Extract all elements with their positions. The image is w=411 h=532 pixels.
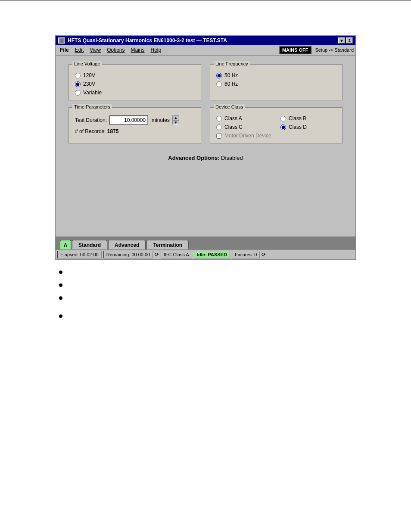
- frequency-50hz-option[interactable]: 50 Hz: [216, 72, 336, 78]
- advanced-options-label: Advanced Options:: [168, 155, 219, 161]
- remaining-status: Remaining: 00:00:00: [103, 251, 153, 258]
- line-voltage-group: Line Voltage 120V 230V Variable: [68, 64, 201, 100]
- records-value: 1875: [107, 128, 119, 134]
- menu-file[interactable]: File: [57, 46, 72, 54]
- tab-bar: Λ Standard Advanced Termination: [56, 236, 355, 249]
- test-duration-input[interactable]: [109, 115, 148, 125]
- frequency-60hz-option[interactable]: 60 Hz: [216, 81, 336, 87]
- advanced-options-row: Advanced Options: Disabled: [68, 150, 342, 163]
- failures-status: Failures: 0: [232, 251, 260, 258]
- tab-termination[interactable]: Termination: [146, 240, 189, 249]
- tab-standard[interactable]: Standard: [72, 240, 107, 249]
- elapsed-status: Elapsed: 00:02:00: [57, 251, 102, 258]
- class-a-option[interactable]: Class A: [216, 115, 272, 121]
- tab-standard-label: Standard: [78, 242, 101, 248]
- setup-label: Setup -> Standard: [315, 47, 354, 53]
- refresh-icon-1[interactable]: ⟳: [155, 252, 159, 258]
- menu-view[interactable]: View: [87, 46, 103, 54]
- list-item: [59, 269, 356, 274]
- content-area: Line Voltage 120V 230V Variable: [56, 56, 355, 236]
- menu-help[interactable]: Help: [148, 46, 164, 54]
- menu-options[interactable]: Options: [104, 46, 127, 54]
- tab-advanced[interactable]: Advanced: [108, 240, 146, 249]
- time-parameters-group: Time Parameters Test Duration: minutes ▲…: [68, 107, 201, 143]
- refresh-icon-2[interactable]: ⟳: [262, 252, 266, 258]
- list-item: [59, 313, 356, 318]
- bullet-icon: [59, 271, 62, 274]
- status-bar: Elapsed: 00:02:00 Remaining: 00:00:00 ⟳ …: [56, 249, 355, 259]
- class-b-option[interactable]: Class C: [216, 124, 272, 130]
- bullet-icon: [59, 314, 62, 318]
- line-voltage-title: Line Voltage: [72, 61, 102, 66]
- minimize-button[interactable]: ▼: [338, 37, 345, 44]
- menu-mains[interactable]: Mains: [128, 46, 147, 54]
- iec-class-status: IEC Class A: [161, 251, 192, 258]
- maximize-button[interactable]: ⇕: [346, 37, 353, 44]
- voltage-120v-option[interactable]: 120V: [75, 72, 195, 78]
- line-frequency-group: Line Frequency 50 Hz 60 Hz: [210, 64, 342, 100]
- menu-edit[interactable]: Edit: [72, 46, 87, 54]
- motor-driven-checkbox[interactable]: [216, 133, 222, 139]
- class-c-option[interactable]: Class B: [280, 115, 336, 121]
- tab-advanced-label: Advanced: [115, 242, 139, 248]
- bullet-icon: [59, 283, 62, 287]
- tab-a-label: Λ: [64, 242, 67, 248]
- line-frequency-title: Line Frequency: [214, 61, 250, 66]
- advanced-options-value: Disabled: [221, 155, 243, 161]
- tab-a[interactable]: Λ: [60, 240, 71, 249]
- device-class-group: Device Class Class A Class B Class C: [210, 107, 342, 143]
- spin-up-button[interactable]: ▲: [172, 115, 179, 120]
- time-parameters-title: Time Parameters: [72, 104, 112, 109]
- title-bar: = HFTS Quasi-Stationary Harmonics EN6100…: [56, 36, 355, 45]
- test-duration-label: Test Duration:: [75, 117, 107, 123]
- spin-down-button[interactable]: ▼: [172, 120, 179, 125]
- voltage-variable-option[interactable]: Variable: [75, 90, 195, 96]
- minutes-label: minutes: [152, 117, 170, 123]
- tab-termination-label: Termination: [153, 242, 182, 248]
- mains-off-button[interactable]: MAINS OFF: [279, 46, 312, 54]
- window-icon[interactable]: =: [58, 37, 65, 44]
- app-window: = HFTS Quasi-Stationary Harmonics EN6100…: [55, 35, 356, 260]
- bullet-list: [55, 269, 356, 326]
- idle-passed-status: Idle: PASSED: [194, 251, 230, 258]
- voltage-230v-option[interactable]: 230V: [75, 81, 195, 87]
- motor-driven-label: Motor Driven Device: [224, 133, 271, 139]
- list-item: [59, 295, 356, 300]
- list-item: [59, 282, 356, 287]
- device-class-title: Device Class: [214, 104, 245, 109]
- class-d-option[interactable]: Class D: [280, 124, 336, 130]
- window-title: HFTS Quasi-Stationary Harmonics EN61000-…: [68, 37, 227, 44]
- menu-bar: File Edit View Options Mains Help MAINS …: [56, 45, 355, 56]
- bullet-icon: [59, 296, 62, 300]
- records-label: # of Records:: [75, 128, 106, 134]
- spin-control[interactable]: ▲ ▼: [172, 115, 179, 125]
